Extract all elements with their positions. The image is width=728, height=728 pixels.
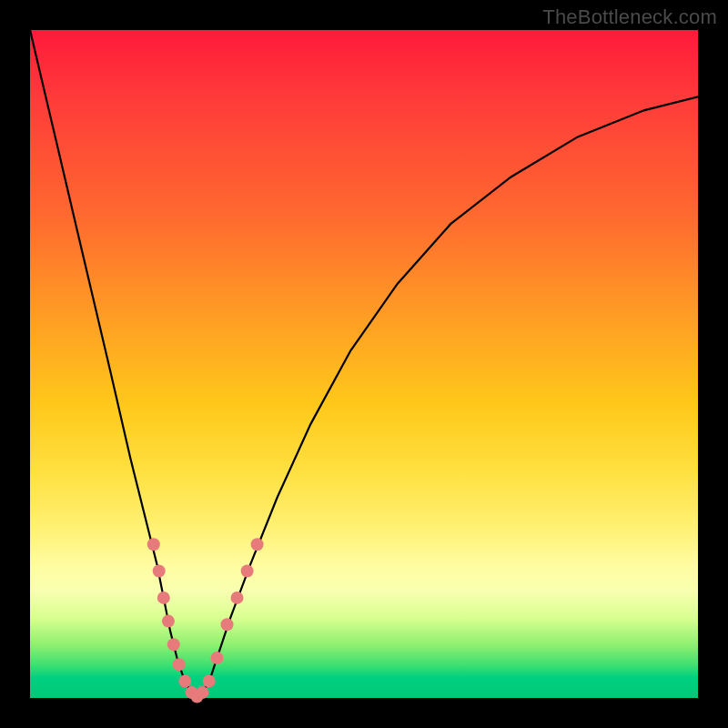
curve-markers (147, 538, 264, 703)
curve-marker (167, 638, 180, 651)
curve-marker (196, 686, 208, 699)
watermark-text: TheBottleneck.com (542, 5, 717, 29)
curve-marker (251, 538, 264, 551)
curve-marker (147, 538, 160, 551)
curve-marker (203, 675, 216, 688)
chart-svg (30, 30, 698, 698)
chart-plot-area (30, 30, 698, 698)
curve-marker (153, 565, 166, 578)
curve-marker (157, 592, 170, 604)
curve-marker (241, 565, 254, 578)
curve-marker (231, 592, 244, 604)
curve-marker (178, 675, 191, 688)
bottleneck-curve (30, 30, 698, 698)
chart-frame: TheBottleneck.com (0, 0, 728, 728)
curve-marker (173, 658, 186, 671)
curve-marker (221, 618, 234, 631)
curve-marker (211, 652, 224, 664)
curve-marker (162, 615, 175, 628)
